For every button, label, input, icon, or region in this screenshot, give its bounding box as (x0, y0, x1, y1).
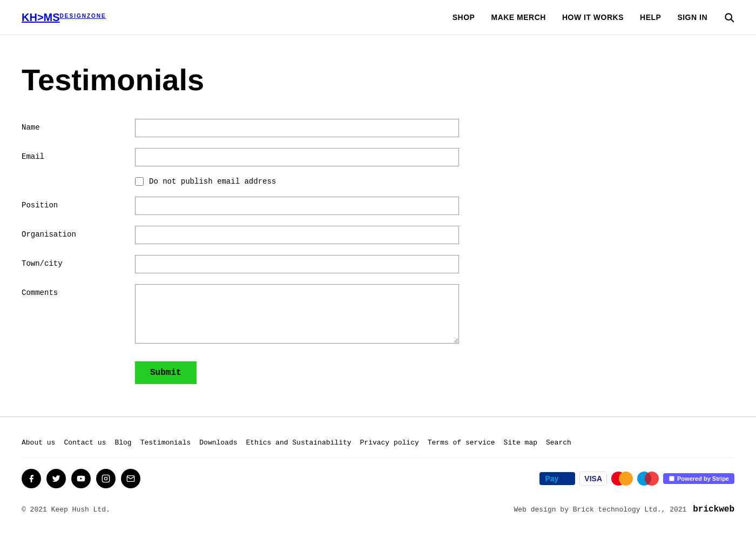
position-row: Position (22, 197, 464, 215)
mastercard-badge (611, 471, 633, 486)
svg-rect-3 (102, 475, 109, 482)
name-input[interactable] (135, 119, 459, 137)
footer-copyright: © 2021 Keep Hush Ltd. Web design by Bric… (22, 499, 734, 525)
svg-rect-6 (670, 476, 674, 481)
organisation-label: Organisation (22, 226, 135, 239)
svg-point-5 (107, 476, 108, 477)
footer-link-blog[interactable]: Blog (114, 439, 131, 447)
main-content: Testimonials Name Email Do not publish e… (0, 35, 486, 416)
main-nav: SHOP MAKE MERCH HOW IT WORKS HELP SIGN I… (453, 12, 734, 23)
town-input[interactable] (135, 255, 459, 273)
name-field-wrapper (135, 119, 459, 137)
email-row: Email (22, 148, 464, 166)
organisation-field-wrapper (135, 226, 459, 244)
comments-label: Comments (22, 284, 135, 297)
name-row: Name (22, 119, 464, 137)
organisation-input[interactable] (135, 226, 459, 244)
site-header: KH>MS DESIGNZONE SHOP MAKE MERCH HOW IT … (0, 0, 756, 35)
comments-row: Comments (22, 284, 464, 345)
nav-make-merch[interactable]: MAKE MERCH (491, 13, 545, 22)
youtube-icon[interactable] (71, 469, 91, 488)
search-icon (724, 12, 734, 23)
logo-main: KH>MS (22, 11, 60, 24)
name-label: Name (22, 119, 135, 132)
email-input[interactable] (135, 148, 459, 166)
nav-how-it-works[interactable]: HOW IT WORKS (562, 13, 624, 22)
checkbox-row: Do not publish email address (135, 177, 464, 186)
search-icon-button[interactable] (724, 12, 734, 23)
footer-link-contact[interactable]: Contact us (64, 439, 106, 447)
footer-link-ethics[interactable]: Ethics and Sustainability (246, 439, 352, 447)
position-field-wrapper (135, 197, 459, 215)
site-footer: About us Contact us Blog Testimonials Do… (0, 416, 756, 525)
stripe-badge: Powered by Stripe (663, 473, 734, 484)
nav-sign-in[interactable]: SIGN IN (677, 13, 707, 22)
email-icon[interactable] (121, 469, 140, 488)
payment-icons: PayPal VISA Powered by Stripe (539, 471, 734, 486)
submit-button[interactable]: Submit (135, 361, 197, 384)
town-label: Town/city (22, 255, 135, 268)
footer-bottom: PayPal VISA Powered by Stripe (22, 458, 734, 499)
footer-link-sitemap[interactable]: Site map (504, 439, 537, 447)
comments-textarea[interactable] (135, 284, 459, 344)
email-label: Email (22, 148, 135, 161)
maestro-badge (637, 471, 659, 486)
svg-line-1 (731, 19, 734, 22)
position-input[interactable] (135, 197, 459, 215)
no-publish-checkbox[interactable] (135, 177, 144, 186)
position-label: Position (22, 197, 135, 210)
paypal-badge: PayPal (539, 472, 575, 485)
site-logo[interactable]: KH>MS DESIGNZONE (22, 11, 106, 24)
footer-link-search[interactable]: Search (546, 439, 571, 447)
footer-link-about[interactable]: About us (22, 439, 55, 447)
webdesign-text: Web design by Brick technology Ltd., 202… (514, 505, 734, 514)
comments-field-wrapper (135, 284, 459, 345)
nav-shop[interactable]: SHOP (453, 13, 475, 22)
page-title: Testimonials (22, 62, 464, 97)
organisation-row: Organisation (22, 226, 464, 244)
footer-link-downloads[interactable]: Downloads (199, 439, 237, 447)
testimonials-form: Name Email Do not publish email address … (22, 119, 464, 384)
social-icons (22, 469, 140, 488)
footer-links: About us Contact us Blog Testimonials Do… (22, 428, 734, 458)
instagram-icon[interactable] (96, 469, 116, 488)
copyright-text: © 2021 Keep Hush Ltd. (22, 506, 110, 514)
footer-link-terms[interactable]: Terms of service (428, 439, 495, 447)
twitter-icon[interactable] (46, 469, 66, 488)
email-field-wrapper (135, 148, 459, 166)
nav-help[interactable]: HELP (640, 13, 661, 22)
footer-link-testimonials[interactable]: Testimonials (140, 439, 191, 447)
town-field-wrapper (135, 255, 459, 273)
footer-link-privacy[interactable]: Privacy policy (360, 439, 419, 447)
no-publish-label: Do not publish email address (149, 177, 276, 186)
facebook-icon[interactable] (22, 469, 41, 488)
visa-badge: VISA (579, 472, 607, 486)
logo-sub: DESIGNZONE (60, 13, 106, 19)
town-row: Town/city (22, 255, 464, 273)
svg-point-4 (104, 477, 107, 480)
